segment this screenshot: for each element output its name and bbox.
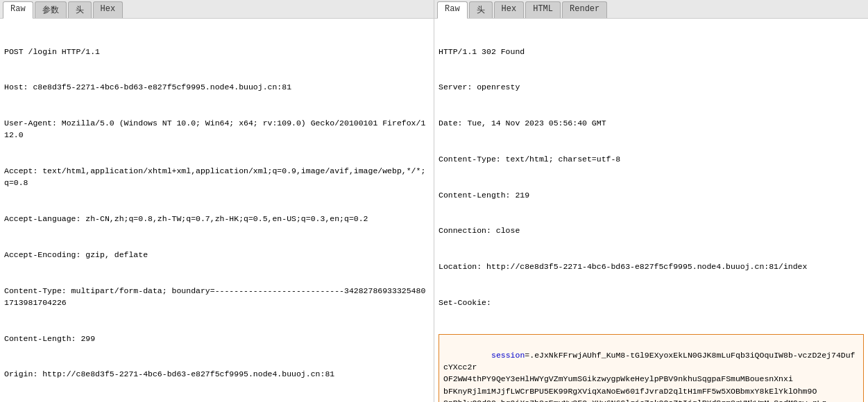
header-origin: Origin: http://c8e8d3f5-2271-4bc6-bd63-e… <box>4 368 429 380</box>
header-accept-encoding: Accept-Encoding: gzip, deflate <box>4 249 429 261</box>
right-pane: Raw 头 Hex HTML Render HTTP/1.1 302 Found… <box>434 0 868 402</box>
header-host: Host: c8e8d3f5-2271-4bc6-bd63-e827f5cf99… <box>4 81 429 93</box>
resp-header-server: Server: openresty <box>439 81 864 93</box>
left-tab-bar: Raw 参数 头 Hex <box>0 0 434 19</box>
header-content-length: Content-Length: 299 <box>4 333 429 344</box>
resp-header-content-length: Content-Length: 219 <box>439 189 864 201</box>
tab-hex-left[interactable]: Hex <box>93 1 124 18</box>
resp-header-date: Date: Tue, 14 Nov 2023 05:56:40 GMT <box>439 117 864 129</box>
request-line: POST /login HTTP/1.1 <box>4 46 429 58</box>
tab-raw-left[interactable]: Raw <box>3 1 33 19</box>
header-content-type: Content-Type: multipart/form-data; bound… <box>4 285 429 309</box>
tab-hex-right[interactable]: Hex <box>494 1 525 18</box>
header-accept: Accept: text/html,application/xhtml+xml,… <box>4 165 429 189</box>
right-content-area[interactable]: HTTP/1.1 302 Found Server: openresty Dat… <box>434 19 868 402</box>
header-useragent: User-Agent: Mozilla/5.0 (Windows NT 10.0… <box>4 117 429 141</box>
resp-header-location: Location: http://c8e8d3f5-2271-4bc6-bd63… <box>439 261 864 272</box>
header-accept-language: Accept-Language: zh-CN,zh;q=0.8,zh-TW;q=… <box>4 213 429 225</box>
resp-header-connection: Connection: close <box>439 225 864 236</box>
right-tab-bar: Raw 头 Hex HTML Render <box>434 0 868 19</box>
resp-header-set-cookie-label: Set-Cookie: <box>439 297 864 308</box>
tab-params-left[interactable]: 参数 <box>35 1 67 18</box>
status-line: HTTP/1.1 302 Found <box>439 46 864 58</box>
tab-headers-right[interactable]: 头 <box>469 1 493 18</box>
tab-raw-right[interactable]: Raw <box>437 1 468 19</box>
left-request-content: POST /login HTTP/1.1 Host: c8e8d3f5-2271… <box>4 21 429 402</box>
left-pane: Raw 参数 头 Hex POST /login HTTP/1.1 Host: … <box>0 0 434 402</box>
tab-render-right[interactable]: Render <box>562 1 607 18</box>
resp-header-content-type: Content-Type: text/html; charset=utf-8 <box>439 153 864 165</box>
tab-html-right[interactable]: HTML <box>525 1 561 18</box>
left-content-area[interactable]: POST /login HTTP/1.1 Host: c8e8d3f5-2271… <box>0 19 434 402</box>
set-cookie-value-box: session=.eJxNkFFrwjAUhf_KuM8-tGl9EXyoxEk… <box>439 334 864 403</box>
right-response-content: HTTP/1.1 302 Found Server: openresty Dat… <box>439 21 864 402</box>
set-cookie-session-key: session <box>491 351 525 360</box>
tab-headers-left[interactable]: 头 <box>68 1 92 18</box>
